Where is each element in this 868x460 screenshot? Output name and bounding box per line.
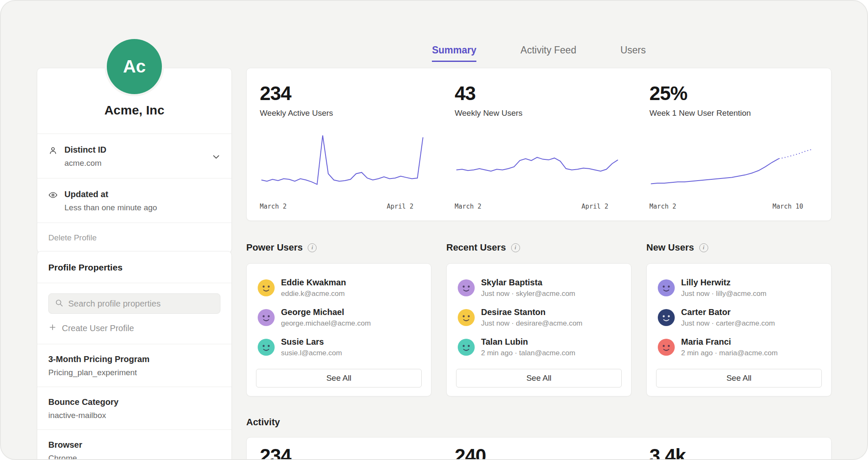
tab-bar: Summary Activity Feed Users — [246, 42, 832, 62]
user-meta: Just now · carter@acme.com — [681, 319, 775, 328]
search-profile-properties[interactable] — [48, 293, 220, 314]
recent-users-header: Recent Users i — [446, 242, 632, 253]
avatar — [258, 309, 275, 326]
user-row[interactable]: Lilly Herwitz Just now · lilly@acme.com — [656, 273, 822, 303]
distinct-id-label: Distinct ID — [64, 145, 106, 155]
user-name: Desirae Stanton — [481, 307, 582, 317]
see-all-button[interactable]: See All — [656, 369, 822, 388]
avatar — [258, 339, 275, 356]
user-meta: eddie.k@acme.com — [281, 290, 346, 298]
user-name: Maria Franci — [681, 337, 778, 347]
user-name: Susie Lars — [281, 337, 342, 347]
property-value: Chrome — [48, 454, 220, 460]
stat-value: 43 — [455, 82, 620, 105]
recent-users-card: Skylar Baptista Just now · skyler@acme.c… — [446, 263, 632, 396]
see-all-button[interactable]: See All — [256, 369, 422, 388]
user-lists: Eddie Kwakman eddie.k@acme.com George Mi… — [246, 263, 832, 396]
user-meta: Just now · lilly@acme.com — [681, 290, 766, 298]
tab-users[interactable]: Users — [620, 45, 646, 62]
search-icon — [55, 298, 63, 309]
search-input[interactable] — [68, 299, 214, 309]
activity-stats-card: 234 240 3.4k — [246, 437, 832, 460]
avatar — [258, 279, 275, 296]
user-icon — [48, 146, 58, 157]
user-lists-headers: Power Users i Recent Users i New Users i — [246, 242, 832, 253]
user-name: Eddie Kwakman — [281, 278, 346, 287]
user-row[interactable]: Skylar Baptista Just now · skyler@acme.c… — [456, 273, 622, 303]
avatar — [458, 339, 475, 356]
axis-end-label: April 2 — [581, 203, 608, 210]
stat-weekly-active-users: 234 Weekly Active Users March 2 April 2 — [247, 82, 442, 210]
summary-stats-card: 234 Weekly Active Users March 2 April 2 … — [246, 68, 832, 221]
info-icon[interactable]: i — [511, 243, 520, 252]
distinct-id-row: Distinct ID acme.com — [37, 134, 231, 178]
updated-at-value: Less than one minute ago — [64, 203, 157, 212]
user-name: Skylar Baptista — [481, 278, 575, 287]
property-row-browser[interactable]: Browser Chrome — [37, 430, 231, 460]
stat-week1-retention: 25% Week 1 New User Retention March 2 Ma… — [636, 82, 831, 210]
profile-properties-card: Profile Properties Create User Profile 3… — [37, 251, 232, 460]
user-meta: 2 min ago · maria@acme.com — [681, 349, 778, 357]
axis-start-label: March 2 — [649, 203, 676, 210]
retention-sparkline — [649, 130, 814, 198]
weekly-active-users-sparkline — [260, 130, 425, 198]
info-icon[interactable]: i — [699, 243, 708, 252]
user-row[interactable]: Maria Franci 2 min ago · maria@acme.com — [656, 332, 822, 362]
stat-value: 3.4k — [649, 444, 814, 460]
user-row[interactable]: Eddie Kwakman eddie.k@acme.com — [256, 273, 422, 303]
user-row[interactable]: Talan Lubin 2 min ago · talan@acme.com — [456, 332, 622, 362]
chevron-down-icon[interactable] — [211, 152, 221, 164]
delete-profile-button[interactable]: Delete Profile — [37, 223, 231, 253]
power-users-card: Eddie Kwakman eddie.k@acme.com George Mi… — [246, 263, 431, 396]
avatar — [458, 279, 475, 296]
see-all-button[interactable]: See All — [456, 369, 622, 388]
activity-stat: 234 — [247, 444, 442, 460]
avatar — [658, 309, 675, 326]
x-axis-labels: March 2 March 10 — [649, 203, 814, 210]
stat-weekly-new-users: 43 Weekly New Users March 2 April 2 — [442, 82, 637, 210]
user-meta: Just now · desirare@acme.com — [481, 319, 582, 328]
company-avatar: Ac — [107, 39, 162, 94]
property-label: 3-Month Pricing Program — [48, 354, 220, 364]
user-name: Talan Lubin — [481, 337, 575, 347]
stat-label: Weekly New Users — [455, 109, 620, 118]
user-row[interactable]: Susie Lars susie.l@acme.com — [256, 332, 422, 362]
distinct-id-value: acme.com — [64, 159, 106, 168]
create-user-profile-button[interactable]: Create User Profile — [48, 323, 220, 334]
stat-value: 240 — [455, 444, 620, 460]
tab-summary[interactable]: Summary — [432, 45, 476, 62]
tab-activity-feed[interactable]: Activity Feed — [520, 45, 576, 62]
updated-at-row: Updated at Less than one minute ago — [37, 178, 231, 223]
property-label: Bounce Category — [48, 397, 220, 407]
property-value: inactive-mailbox — [48, 411, 220, 420]
property-value: Pricing_plan_experiment — [48, 368, 220, 377]
stat-label: Weekly Active Users — [260, 109, 425, 118]
property-label: Browser — [48, 440, 220, 450]
axis-start-label: March 2 — [455, 203, 481, 210]
activity-stat: 240 — [442, 444, 637, 460]
user-meta: 2 min ago · talan@acme.com — [481, 349, 575, 357]
user-meta: susie.l@acme.com — [281, 349, 342, 357]
axis-end-label: April 2 — [387, 203, 413, 210]
avatar — [658, 339, 675, 356]
list-title: New Users — [646, 242, 694, 253]
user-name: George Michael — [281, 307, 371, 317]
user-meta: george.michael@acme.com — [281, 319, 371, 328]
stat-value: 234 — [260, 82, 425, 105]
property-list: 3-Month Pricing Program Pricing_plan_exp… — [37, 344, 231, 460]
property-row-bounce-category[interactable]: Bounce Category inactive-mailbox — [37, 387, 231, 430]
user-row[interactable]: Carter Bator Just now · carter@acme.com — [656, 303, 822, 332]
x-axis-labels: March 2 April 2 — [455, 203, 620, 210]
weekly-new-users-sparkline — [455, 130, 620, 198]
info-icon[interactable]: i — [308, 243, 317, 252]
activity-section-title: Activity — [246, 417, 832, 428]
power-users-header: Power Users i — [246, 242, 431, 253]
plus-icon — [48, 323, 57, 334]
stat-value: 234 — [260, 444, 425, 460]
updated-at-label: Updated at — [64, 190, 157, 199]
user-meta: Just now · skyler@acme.com — [481, 290, 575, 298]
property-row-pricing-program[interactable]: 3-Month Pricing Program Pricing_plan_exp… — [37, 344, 231, 387]
user-row[interactable]: George Michael george.michael@acme.com — [256, 303, 422, 332]
user-row[interactable]: Desirae Stanton Just now · desirare@acme… — [456, 303, 622, 332]
x-axis-labels: March 2 April 2 — [260, 203, 425, 210]
